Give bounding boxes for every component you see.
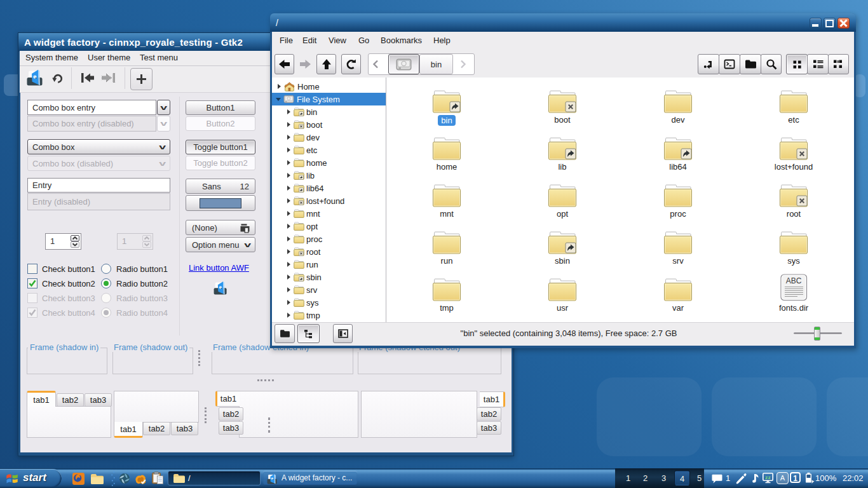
svg-text:ABC: ABC: [786, 276, 802, 285]
svg-text:zz: zz: [765, 475, 771, 480]
